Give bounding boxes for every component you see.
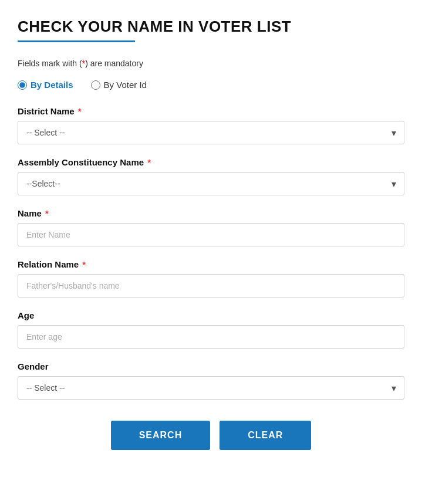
gender-select[interactable]: -- Select -- Male Female Other [18,376,404,400]
radio-option-by-voter-id[interactable]: By Voter Id [91,80,147,90]
district-name-group: District Name * -- Select -- [18,106,404,144]
radio-by-details-label[interactable]: By Details [31,80,73,90]
clear-button[interactable]: CLEAR [220,421,311,450]
gender-label: Gender [18,361,404,371]
relation-name-group: Relation Name * [18,259,404,297]
relation-name-input[interactable] [18,274,404,297]
radio-option-by-details[interactable]: By Details [18,80,73,90]
district-name-select-wrapper: -- Select -- [18,121,404,144]
district-name-select[interactable]: -- Select -- [18,121,404,144]
name-group: Name * [18,208,404,246]
search-button[interactable]: SEARCH [111,421,211,450]
gender-select-wrapper: -- Select -- Male Female Other [18,376,404,400]
relation-name-label: Relation Name * [18,259,404,269]
age-label: Age [18,310,404,320]
district-name-label: District Name * [18,106,404,116]
radio-by-voter-id[interactable] [91,80,100,90]
name-required-asterisk: * [43,208,49,218]
radio-by-details[interactable] [18,80,27,90]
assembly-constituency-select[interactable]: --Select-- [18,172,404,195]
name-input[interactable] [18,223,404,246]
age-group: Age [18,310,404,349]
assembly-constituency-label: Assembly Constituency Name * [18,157,404,167]
search-type-radio-group: By Details By Voter Id [18,80,404,90]
name-label: Name * [18,208,404,218]
assembly-constituency-group: Assembly Constituency Name * --Select-- [18,157,404,195]
radio-by-voter-id-label[interactable]: By Voter Id [104,80,147,90]
mandatory-note: Fields mark with (*) are mandatory [18,59,404,68]
gender-group: Gender -- Select -- Male Female Other [18,361,404,400]
relation-required-asterisk: * [80,259,86,269]
page-title: CHECK YOUR NAME IN VOTER LIST [18,18,404,36]
title-underline [18,40,135,42]
district-required-asterisk: * [76,106,82,116]
assembly-required-asterisk: * [145,157,151,167]
button-row: SEARCH CLEAR [18,421,404,450]
asterisk: * [82,59,85,68]
assembly-constituency-select-wrapper: --Select-- [18,172,404,195]
age-input[interactable] [18,325,404,349]
